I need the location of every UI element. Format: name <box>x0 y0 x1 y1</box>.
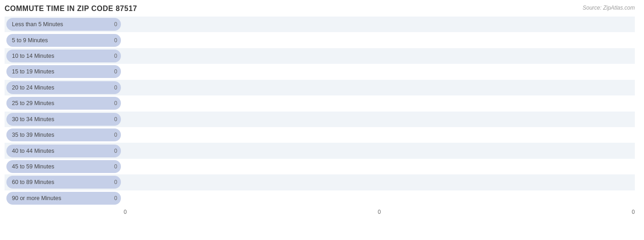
x-label-1: 0 <box>378 209 381 215</box>
bar-track <box>121 190 635 206</box>
chart-container: COMMUTE TIME IN ZIP CODE 87517 Source: Z… <box>0 0 644 240</box>
bar-track <box>121 174 635 190</box>
bar-value: 0 <box>111 84 117 91</box>
label-pill: 90 or more Minutes0 <box>6 192 121 205</box>
label-pill: 20 to 24 Minutes0 <box>6 81 121 94</box>
label-pill: 40 to 44 Minutes0 <box>6 145 121 157</box>
bar-value: 0 <box>111 116 117 123</box>
bar-value: 0 <box>111 132 117 138</box>
bar-track <box>121 32 635 48</box>
bar-row: 90 or more Minutes0 <box>5 190 635 206</box>
bar-label: Less than 5 Minutes <box>12 21 63 28</box>
label-pill: 30 to 34 Minutes0 <box>6 113 121 126</box>
bar-label: 10 to 14 Minutes <box>12 53 54 59</box>
bar-label: 35 to 39 Minutes <box>12 132 54 138</box>
bar-row: 10 to 14 Minutes0 <box>5 48 635 64</box>
bar-value: 0 <box>111 68 117 75</box>
bar-track <box>121 80 635 95</box>
bar-row: 60 to 89 Minutes0 <box>5 174 635 190</box>
bar-value: 0 <box>111 21 117 28</box>
bar-track <box>121 64 635 79</box>
bar-row: 40 to 44 Minutes0 <box>5 143 635 158</box>
bar-label: 5 to 9 Minutes <box>12 37 48 44</box>
bar-track <box>121 143 635 158</box>
label-pill: Less than 5 Minutes0 <box>6 18 121 31</box>
x-axis: 0 0 0 <box>124 209 635 215</box>
label-pill: 45 to 59 Minutes0 <box>6 160 121 173</box>
bar-label: 60 to 89 Minutes <box>12 179 54 185</box>
x-label-0: 0 <box>124 209 127 215</box>
bar-track <box>121 112 635 127</box>
bar-row: 20 to 24 Minutes0 <box>5 80 635 95</box>
bar-row: 35 to 39 Minutes0 <box>5 127 635 143</box>
bar-row: 15 to 19 Minutes0 <box>5 64 635 79</box>
label-pill: 25 to 29 Minutes0 <box>6 97 121 110</box>
bar-row: 30 to 34 Minutes0 <box>5 112 635 127</box>
bar-label: 15 to 19 Minutes <box>12 68 54 75</box>
bar-label: 20 to 24 Minutes <box>12 84 54 91</box>
bar-label: 25 to 29 Minutes <box>12 100 54 106</box>
x-label-2: 0 <box>632 209 635 215</box>
source-text: Source: ZipAtlas.com <box>583 5 635 11</box>
bar-track <box>121 127 635 143</box>
bar-label: 30 to 34 Minutes <box>12 116 54 123</box>
bar-value: 0 <box>111 53 117 59</box>
label-pill: 35 to 39 Minutes0 <box>6 128 121 141</box>
bars-section: Less than 5 Minutes05 to 9 Minutes010 to… <box>5 17 635 206</box>
chart-area: Less than 5 Minutes05 to 9 Minutes010 to… <box>5 17 635 215</box>
bar-track <box>121 17 635 32</box>
bar-value: 0 <box>111 148 117 154</box>
bar-row: 25 to 29 Minutes0 <box>5 95 635 111</box>
bar-track <box>121 48 635 64</box>
bar-row: 5 to 9 Minutes0 <box>5 32 635 48</box>
label-pill: 15 to 19 Minutes0 <box>6 65 121 78</box>
label-pill: 10 to 14 Minutes0 <box>6 50 121 62</box>
bar-track <box>121 159 635 174</box>
chart-title: COMMUTE TIME IN ZIP CODE 87517 <box>5 5 635 13</box>
bar-label: 90 or more Minutes <box>12 195 61 201</box>
bar-value: 0 <box>111 100 117 106</box>
label-pill: 60 to 89 Minutes0 <box>6 176 121 189</box>
bar-value: 0 <box>111 195 117 201</box>
bar-value: 0 <box>111 163 117 170</box>
bar-value: 0 <box>111 37 117 44</box>
bar-track <box>121 95 635 111</box>
bar-value: 0 <box>111 179 117 185</box>
bar-row: 45 to 59 Minutes0 <box>5 159 635 174</box>
bar-row: Less than 5 Minutes0 <box>5 17 635 32</box>
label-pill: 5 to 9 Minutes0 <box>6 34 121 47</box>
bar-label: 40 to 44 Minutes <box>12 148 54 154</box>
bar-label: 45 to 59 Minutes <box>12 163 54 170</box>
